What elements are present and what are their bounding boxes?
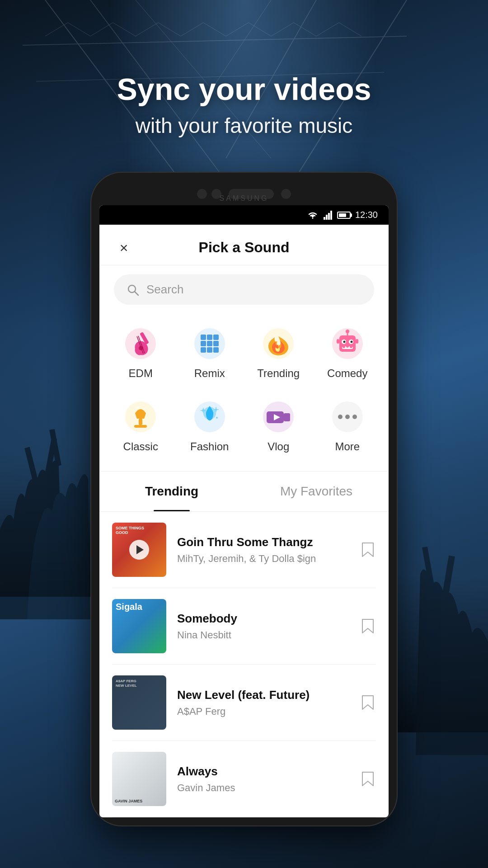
play-triangle-icon — [136, 545, 144, 554]
song-thumbnail-1: SOME THINGSGOOD — [112, 523, 166, 577]
tab-indicator — [154, 510, 190, 511]
close-icon: × — [120, 241, 128, 255]
bookmark-button-1[interactable] — [360, 542, 376, 558]
category-more[interactable]: More — [315, 392, 380, 460]
categories-grid: EDM — [99, 314, 389, 469]
category-edm-label: EDM — [129, 367, 153, 380]
svg-point-59 — [216, 417, 218, 419]
svg-point-70 — [345, 415, 350, 419]
category-classic-label: Classic — [123, 440, 158, 453]
category-classic[interactable]: Classic — [108, 392, 173, 460]
fashion-icon — [192, 399, 228, 435]
svg-rect-53 — [134, 425, 147, 428]
trending-icon — [260, 326, 296, 362]
svg-rect-16 — [330, 211, 332, 220]
edm-icon — [122, 326, 159, 362]
category-fashion[interactable]: Fashion — [178, 392, 242, 460]
category-vlog[interactable]: Vlog — [246, 392, 311, 460]
phone-bezel: SAMSUNG — [90, 172, 398, 826]
modal-header: × Pick a Sound — [99, 225, 389, 265]
search-bar[interactable]: Search — [114, 274, 374, 305]
svg-rect-29 — [213, 335, 219, 340]
thumb-sigala-text: Sigala — [116, 602, 142, 612]
svg-rect-27 — [201, 335, 206, 340]
comedy-icon — [329, 326, 366, 362]
search-icon — [127, 283, 139, 296]
song-item[interactable]: A$AP FERGNEW LEVEL New Level (feat. Futu… — [112, 665, 376, 741]
classic-icon — [122, 399, 159, 435]
svg-rect-15 — [328, 213, 330, 220]
category-comedy[interactable]: Comedy — [315, 318, 380, 387]
category-remix-label: Remix — [194, 367, 225, 380]
phone-top-physical: SAMSUNG — [99, 181, 389, 205]
svg-rect-38 — [339, 335, 356, 352]
tabs-bar: Trending My Favorites — [99, 471, 389, 512]
vlog-icon — [260, 399, 296, 435]
svg-rect-49 — [337, 339, 339, 344]
header-subtitle: with your favorite music — [0, 113, 488, 138]
svg-rect-31 — [207, 341, 212, 346]
thumb-text-3: A$AP FERGNEW LEVEL — [116, 679, 137, 688]
song-title-4: Always — [177, 764, 349, 778]
song-info-1: Goin Thru Some Thangz MihTy, Jeremih, & … — [177, 535, 349, 565]
song-artist-3: A$AP Ferg — [177, 706, 349, 717]
category-trending-label: Trending — [257, 367, 300, 380]
category-trending[interactable]: Trending — [246, 318, 311, 387]
status-icons: 12:30 — [306, 210, 378, 220]
song-thumbnail-2: Sigala — [112, 599, 166, 653]
header-title: Sync your videos — [0, 72, 488, 106]
svg-rect-28 — [207, 335, 212, 340]
svg-rect-66 — [284, 413, 290, 421]
status-bar: 12:30 — [99, 205, 389, 225]
song-artist-1: MihTy, Jeremih, & Ty Dolla $ign — [177, 553, 349, 565]
bookmark-button-2[interactable] — [360, 618, 376, 634]
svg-point-46 — [343, 345, 345, 348]
song-title-3: New Level (feat. Future) — [177, 688, 349, 702]
thumb-text-1: SOME THINGSGOOD — [116, 526, 144, 535]
svg-rect-34 — [207, 347, 212, 353]
song-item[interactable]: GAVIN JAMES Always Gavin James — [112, 741, 376, 817]
modal-title: Pick a Sound — [199, 239, 290, 256]
phone-device: SAMSUNG — [90, 172, 398, 826]
samsung-brand: SAMSUNG — [220, 194, 269, 203]
thumb-gavin-text: GAVIN JAMES — [115, 799, 142, 803]
header-section: Sync your videos with your favorite musi… — [0, 72, 488, 138]
song-info-4: Always Gavin James — [177, 764, 349, 794]
songs-list: SOME THINGSGOOD Goin Thru Some Thangz Mi… — [99, 512, 389, 817]
song-item[interactable]: Sigala Somebody Nina Nesbitt — [112, 588, 376, 665]
svg-line-8 — [27, 448, 36, 484]
camera-dots — [197, 189, 221, 199]
svg-line-11 — [445, 556, 452, 597]
song-info-2: Somebody Nina Nesbitt — [177, 612, 349, 641]
song-title-1: Goin Thru Some Thangz — [177, 535, 349, 549]
bookmark-button-3[interactable] — [360, 694, 376, 711]
search-container: Search — [99, 265, 389, 314]
remix-icon — [192, 326, 228, 362]
svg-rect-14 — [326, 215, 328, 220]
svg-rect-33 — [201, 347, 206, 353]
svg-rect-13 — [324, 217, 325, 220]
category-fashion-label: Fashion — [190, 440, 229, 453]
svg-point-71 — [352, 415, 357, 419]
close-button[interactable]: × — [114, 238, 134, 258]
bookmark-button-4[interactable] — [360, 771, 376, 787]
tab-my-favorites[interactable]: My Favorites — [244, 472, 389, 511]
song-item[interactable]: SOME THINGSGOOD Goin Thru Some Thangz Mi… — [112, 512, 376, 588]
category-comedy-label: Comedy — [327, 367, 367, 380]
svg-rect-32 — [213, 341, 219, 346]
svg-point-48 — [350, 345, 352, 348]
svg-line-18 — [135, 292, 138, 295]
play-overlay-1 — [129, 540, 149, 560]
phone-screen: 12:30 × Pick a Sound Search — [99, 205, 389, 817]
search-placeholder: Search — [146, 283, 183, 297]
signal-icon — [324, 211, 333, 220]
song-info-3: New Level (feat. Future) A$AP Ferg — [177, 688, 349, 717]
category-remix[interactable]: Remix — [178, 318, 242, 387]
svg-point-40 — [346, 330, 349, 333]
front-camera — [281, 189, 291, 199]
svg-point-69 — [338, 415, 343, 419]
tab-trending[interactable]: Trending — [99, 472, 244, 511]
category-edm[interactable]: EDM — [108, 318, 173, 387]
category-vlog-label: Vlog — [267, 440, 289, 453]
svg-point-44 — [350, 341, 352, 343]
